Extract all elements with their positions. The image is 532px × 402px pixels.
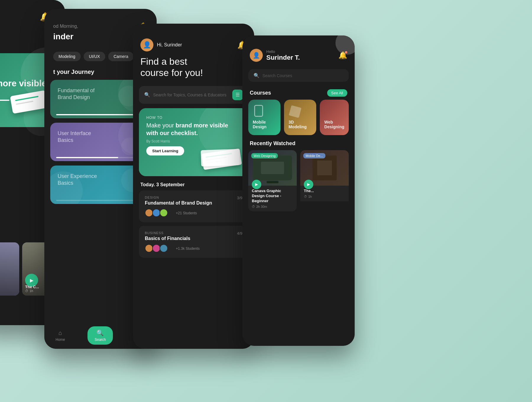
phone-courses-grid: 👤 Hello Surinder T. 🔔 🔍 Search Courses C…	[242, 35, 355, 346]
phone4-see-all-button[interactable]: See All	[327, 89, 347, 97]
avatar-1	[145, 209, 153, 217]
nav-search-label: Search	[95, 338, 106, 342]
phone3-hero-author: By Scott Harris	[146, 139, 241, 143]
watch-title-2: The...	[304, 189, 345, 194]
phone4-avatar: 👤	[250, 49, 263, 62]
avatar-6	[160, 244, 168, 252]
phone3-filter-button[interactable]: ☰	[232, 90, 243, 100]
watch-card-2[interactable]: Mobile De... ▶ The... ⏱ 1h	[300, 150, 349, 211]
nav-home-label: Home	[56, 338, 65, 342]
course-label-3d: 3D Modeling	[288, 120, 312, 129]
phone3-hero-title: Make your brand more visible with our ch…	[146, 121, 241, 137]
progress-fill-1	[56, 114, 145, 115]
phone3-hero-illustration	[200, 148, 244, 172]
schedule-item-2[interactable]: 4/9 BUSINESS Basics of Financials +1.3k …	[139, 226, 248, 258]
phone3-hero-label: HOW TO	[146, 116, 241, 120]
course-card-web[interactable]: Web Designing	[320, 100, 349, 135]
course-card-mobile[interactable]: Mobile Design	[248, 100, 280, 135]
course-card-3d[interactable]: 3D Modeling	[284, 100, 316, 135]
tab-camera[interactable]: Camera	[108, 52, 134, 61]
schedule-students-1: +21 Students	[176, 211, 197, 215]
phone3-find-header: Find a best course for you!	[133, 56, 254, 82]
schedule-cat-1: DESIGN	[145, 196, 242, 199]
phone3-hero-banner: HOW TO Make your brand more visible with…	[139, 108, 248, 176]
phone1-hero-text: more visible	[0, 78, 47, 88]
watch-badge-2: Mobile De...	[303, 153, 325, 158]
watch-duration-2: ⏱ 1h	[304, 195, 345, 198]
clock-icon-2: ⏱	[304, 195, 307, 198]
phone1-card2-duration: ⏱ 1h	[25, 289, 39, 293]
nav-search[interactable]: 🔍 Search	[87, 326, 113, 345]
phone4-course-grid: Mobile Design 3D Modeling Web Designing	[242, 100, 355, 135]
schedule-avatars-1: +21 Students	[145, 209, 242, 217]
watch-play-2[interactable]: ▶	[304, 180, 313, 189]
3d-modeling-icon	[288, 105, 312, 120]
avatar-3	[160, 209, 168, 217]
watch-play-1[interactable]: ▶	[252, 180, 261, 189]
tab-uiux[interactable]: UI/UX	[84, 52, 105, 61]
filter-icon: ☰	[236, 92, 240, 98]
phone3-date: Today. 3 September	[133, 179, 254, 190]
schedule-title-2: Basics of Financials	[145, 236, 242, 241]
schedule-item-1[interactable]: 3/9 DESIGN Fundamental of Brand Design +…	[139, 190, 248, 222]
phone3-find-text: Find a best course for you!	[140, 56, 247, 79]
phone3-avatar: 👤	[140, 38, 153, 51]
avatar-4	[145, 244, 153, 252]
schedule-students-2: +1.3k Students	[176, 247, 200, 251]
phone1-card1-title: Design	[0, 288, 16, 293]
phone3-start-btn[interactable]: Start Learning	[146, 146, 184, 155]
progress-bar-1	[56, 114, 145, 115]
phone3-search-icon: 🔍	[144, 92, 150, 98]
phone-main: 👤 Hi, Surinder 🔔 Find a best course for …	[133, 24, 254, 349]
schedule-avatars-2: +1.3k Students	[145, 244, 242, 252]
schedule-num-2: 4/9	[237, 231, 242, 236]
phone3-header: 👤 Hi, Surinder 🔔	[133, 24, 254, 56]
phone4-search-icon: 🔍	[254, 73, 259, 78]
phone3-search-placeholder: Search for Topics, Courses & Educators	[153, 93, 226, 97]
phone4-greeting-small: Hello	[266, 49, 338, 54]
watch-title-1: Canava Graphic Design Course - Beginner	[252, 189, 293, 204]
phone4-search-placeholder: Search Courses	[262, 73, 292, 78]
watch-info-1: Canava Graphic Design Course - Beginner …	[248, 186, 297, 211]
phone1-card1: Design	[0, 242, 19, 296]
phone4-search-bar[interactable]: 🔍 Search Courses	[248, 69, 349, 82]
tab-modeling[interactable]: Modeling	[53, 52, 81, 61]
phone3-user: 👤 Hi, Surinder	[140, 38, 182, 51]
phone3-greeting: Hi, Surinder	[157, 42, 182, 48]
progress-bar-3	[56, 200, 145, 201]
course-label-web: Web Designing	[324, 120, 344, 129]
phone4-courses-title: Courses	[250, 90, 271, 96]
schedule-cat-2: BUSINESS	[145, 231, 242, 235]
clock-icon: ⏱	[252, 205, 255, 208]
avatar-5	[152, 244, 160, 252]
phone4-recently-watched-title: Recently Watched	[242, 135, 355, 150]
avatar-2	[152, 209, 160, 217]
watch-duration-1: ⏱ 2h 30m	[252, 205, 293, 208]
schedule-num-1: 3/9	[237, 196, 242, 200]
phone4-courses-header: Courses See All	[242, 85, 355, 100]
watch-card-1[interactable]: Web Designing ▶ Canava Graphic Design Co…	[248, 150, 297, 211]
phone1-card2-title: The C...	[25, 285, 39, 289]
phone2-greeting-text: od Morning,	[53, 24, 148, 29]
mobile-design-icon	[253, 103, 276, 120]
phone4-greeting-name: Surinder T.	[266, 54, 338, 61]
phone3-search-bar[interactable]: 🔍 Search for Topics, Courses & Educators…	[139, 86, 248, 104]
course-label-mobile: Mobile Design	[253, 120, 276, 129]
phone3-schedule-list: 3/9 DESIGN Fundamental of Brand Design +…	[133, 190, 254, 258]
phone4-watched-grid: Web Designing ▶ Canava Graphic Design Co…	[242, 150, 355, 211]
progress-bar-2	[56, 157, 145, 158]
schedule-title-1: Fundamental of Brand Design	[145, 200, 242, 206]
progress-fill-2	[56, 157, 118, 158]
nav-home[interactable]: ⌂ Home	[56, 330, 65, 342]
watch-badge-1: Web Designing	[251, 153, 278, 158]
